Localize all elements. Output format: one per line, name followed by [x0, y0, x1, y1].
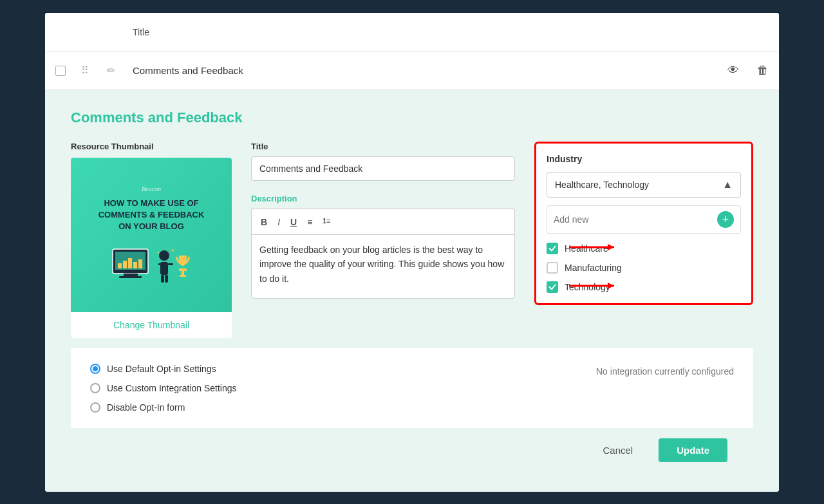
radio-custom-integration-label: Use Custom Integration Settings: [107, 383, 237, 393]
thumbnail-brand: Beacon: [142, 185, 161, 192]
title-field-label: Title: [251, 142, 515, 151]
technology-label: Technology: [565, 282, 610, 292]
manufacturing-checkbox[interactable]: [547, 262, 558, 274]
svg-rect-8: [138, 259, 142, 268]
radio-custom-integration[interactable]: Use Custom Integration Settings: [90, 383, 237, 393]
industry-selected-text: Healthcare, Technology: [555, 180, 649, 190]
table-row: ⠿ ✏ Comments and Feedback 👁 🗑: [45, 51, 779, 90]
page-title: Comments and Feedback: [71, 109, 753, 126]
unordered-list-button[interactable]: ≡: [304, 214, 315, 229]
radio-disable-optin-label: Disable Opt-In form: [107, 402, 185, 413]
eye-icon[interactable]: 👁: [727, 64, 739, 77]
add-new-input[interactable]: [554, 214, 717, 225]
description-label: Description: [251, 194, 515, 203]
italic-button[interactable]: I: [275, 214, 283, 229]
thumbnail-wrapper: Beacon HOW TO MAKE USE OF COMMENTS & FEE…: [71, 158, 232, 338]
svg-rect-2: [124, 274, 138, 276]
thumbnail-image: Beacon HOW TO MAKE USE OF COMMENTS & FEE…: [71, 158, 232, 312]
radio-disable-optin[interactable]: Disable Opt-In form: [90, 402, 237, 413]
svg-marker-22: [608, 244, 614, 250]
no-integration-text: No integration currently configured: [596, 364, 734, 377]
title-input[interactable]: [251, 156, 515, 181]
radio-default-optin-label: Use Default Opt-in Settings: [107, 364, 216, 374]
drag-icon[interactable]: ⠿: [81, 65, 89, 76]
description-editor[interactable]: Getting feedback on your blog articles i…: [251, 234, 515, 299]
header-title-col: Title: [133, 27, 717, 37]
industry-item-manufacturing: Manufacturing: [547, 262, 741, 274]
change-thumbnail-button[interactable]: Change Thumbnail: [71, 312, 232, 338]
content-area: Comments and Feedback Resource Thumbnail…: [45, 90, 779, 492]
table-header: Title: [45, 13, 779, 51]
svg-rect-3: [119, 276, 142, 278]
industry-box: Industry Healthcare, Technology ▲ +: [534, 142, 753, 305]
add-new-row: +: [547, 205, 741, 234]
radio-disable-optin-circle[interactable]: [90, 402, 100, 413]
svg-rect-7: [133, 262, 137, 268]
industry-checkbox-list: Healthcare Manu: [547, 243, 741, 293]
row-checkbox-col[interactable]: [55, 66, 81, 76]
svg-point-9: [159, 250, 169, 261]
chevron-up-icon: ▲: [722, 179, 733, 191]
thumbnail-label: Resource Thumbnail: [71, 142, 232, 151]
svg-rect-16: [182, 271, 184, 275]
industry-item-technology: Technology: [547, 281, 741, 293]
svg-rect-13: [161, 275, 164, 283]
svg-text:✦: ✦: [171, 248, 175, 254]
manufacturing-label: Manufacturing: [565, 263, 622, 273]
industry-dropdown[interactable]: Healthcare, Technology ▲: [547, 172, 741, 198]
svg-rect-15: [179, 268, 187, 271]
editor-toolbar: B I U ≡ 1≡: [251, 209, 515, 234]
svg-rect-6: [128, 258, 132, 268]
healthcare-label: Healthcare: [565, 243, 608, 254]
svg-rect-12: [168, 263, 173, 265]
industry-section: Industry Healthcare, Technology ▲ +: [534, 142, 753, 305]
integration-section: Use Default Opt-in Settings Use Custom I…: [71, 348, 753, 428]
row-actions: 👁 🗑: [717, 64, 769, 77]
thumbnail-text: HOW TO MAKE USE OF COMMENTS & FEEDBACK O…: [98, 198, 205, 233]
bold-button[interactable]: B: [258, 214, 270, 229]
underline-button[interactable]: U: [288, 214, 299, 229]
row-title: Comments and Feedback: [133, 65, 717, 76]
radio-custom-integration-circle[interactable]: [90, 383, 100, 393]
form-section: Title Description B I U ≡ 1≡ Getting fee…: [251, 142, 515, 299]
checkmark-icon: [548, 245, 556, 252]
form-grid: Resource Thumbnail Beacon HOW TO MAKE US…: [71, 142, 753, 338]
svg-rect-17: [180, 275, 186, 277]
thumbnail-illustration: ✦ ✦: [109, 243, 193, 285]
row-checkbox[interactable]: [55, 66, 66, 76]
checkmark-icon-2: [548, 283, 556, 291]
footer-bar: Cancel Update: [71, 428, 753, 472]
technology-checkbox[interactable]: [547, 281, 558, 293]
svg-rect-11: [158, 263, 164, 265]
radio-default-optin[interactable]: Use Default Opt-in Settings: [90, 364, 237, 374]
trash-icon[interactable]: 🗑: [757, 64, 769, 77]
drag-handle[interactable]: ⠿: [81, 64, 107, 77]
ordered-list-button[interactable]: 1≡: [320, 214, 335, 229]
svg-rect-4: [118, 263, 122, 268]
radio-default-optin-circle[interactable]: [90, 364, 100, 374]
svg-text:✦: ✦: [156, 251, 160, 255]
pencil-icon[interactable]: ✏: [107, 65, 115, 76]
svg-rect-5: [123, 261, 127, 268]
industry-title: Industry: [547, 154, 741, 164]
svg-rect-14: [165, 275, 168, 283]
update-button[interactable]: Update: [659, 438, 727, 462]
healthcare-checkbox[interactable]: [547, 243, 558, 254]
cancel-button[interactable]: Cancel: [587, 438, 648, 462]
industry-item-healthcare: Healthcare: [547, 243, 741, 254]
radio-group: Use Default Opt-in Settings Use Custom I…: [90, 364, 237, 413]
add-new-button[interactable]: +: [717, 211, 734, 228]
ordered-list-icon: 1≡: [323, 216, 333, 226]
svg-text:1≡: 1≡: [323, 217, 331, 225]
edit-col[interactable]: ✏: [107, 64, 133, 77]
thumbnail-section: Resource Thumbnail Beacon HOW TO MAKE US…: [71, 142, 232, 338]
